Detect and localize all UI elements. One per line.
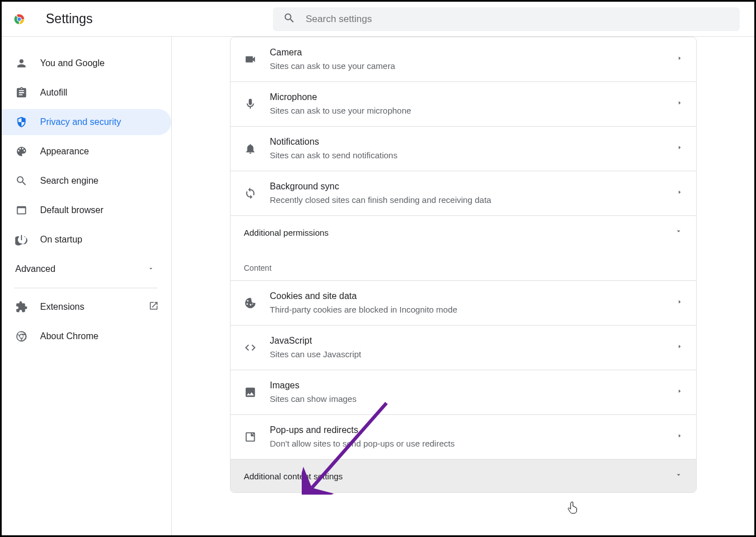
open-in-new-icon [149,301,159,313]
sidebar-item-about-chrome[interactable]: About Chrome [2,323,171,349]
sidebar: You and Google Autofill Privacy and secu… [2,37,171,535]
search-icon [15,175,28,187]
sidebar-item-label: Extensions [40,302,84,312]
additional-content-settings-toggle[interactable]: Additional content settings [231,459,696,492]
sidebar-item-label: Privacy and security [40,117,121,127]
search-bar[interactable] [273,7,740,31]
popup-icon [244,431,257,443]
setting-row-microphone[interactable]: Microphone Sites can ask to use your mic… [231,81,696,126]
chevron-right-icon [677,387,683,397]
setting-row-subtitle: Sites can ask to send notifications [270,149,677,162]
window-icon [15,204,28,216]
setting-row-popups[interactable]: Pop-ups and redirects Don't allow sites … [231,414,696,459]
camera-icon [244,53,257,66]
setting-row-title: Images [270,379,677,392]
additional-content-settings-label: Additional content settings [244,471,675,481]
sidebar-item-extensions[interactable]: Extensions [2,294,171,320]
person-icon [15,57,28,70]
setting-row-subtitle: Recently closed sites can finish sending… [270,194,677,206]
chevron-right-icon [677,432,683,442]
content-section-header: Content [231,249,696,280]
sidebar-advanced-label: Advanced [15,264,55,274]
setting-row-cookies[interactable]: Cookies and site data Third-party cookie… [231,280,696,325]
sidebar-item-default-browser[interactable]: Default browser [2,197,171,223]
extension-icon [15,301,28,313]
setting-row-background-sync[interactable]: Background sync Recently closed sites ca… [231,171,696,215]
search-icon [283,12,296,27]
code-icon [244,341,257,354]
additional-permissions-toggle[interactable]: Additional permissions [231,215,696,249]
page-title: Settings [46,11,93,27]
sync-icon [244,187,257,200]
setting-row-title: Cookies and site data [270,290,677,302]
image-icon [244,386,257,399]
power-icon [15,233,28,246]
chevron-down-icon [675,471,683,481]
clipboard-icon [15,86,28,99]
setting-row-title: Camera [270,46,677,59]
chrome-logo-icon [12,12,27,27]
settings-card: Camera Sites can ask to use your camera … [230,37,697,493]
cookie-icon [244,297,257,309]
chevron-right-icon [677,188,683,198]
sidebar-item-label: Autofill [40,88,67,98]
chevron-right-icon [677,343,683,353]
additional-permissions-label: Additional permissions [244,228,675,237]
sidebar-item-privacy-and-security[interactable]: Privacy and security [2,109,171,135]
cursor-hand-icon [567,501,579,518]
chevron-right-icon [677,54,683,64]
sidebar-item-label: Appearance [40,146,89,157]
setting-row-subtitle: Sites can use Javascript [270,348,677,361]
sidebar-item-appearance[interactable]: Appearance [2,138,171,164]
sidebar-item-search-engine[interactable]: Search engine [2,168,171,194]
setting-row-title: Pop-ups and redirects [270,424,677,436]
sidebar-item-label: Search engine [40,176,98,186]
header: Settings [2,2,754,37]
sidebar-item-label: You and Google [40,58,105,68]
setting-row-camera[interactable]: Camera Sites can ask to use your camera [231,37,696,81]
chevron-down-icon [675,227,683,237]
setting-row-images[interactable]: Images Sites can show images [231,370,696,414]
setting-row-title: JavaScript [270,335,677,347]
setting-row-title: Notifications [270,136,677,148]
sidebar-item-label: About Chrome [40,331,98,341]
setting-row-subtitle: Sites can show images [270,393,677,405]
sidebar-item-autofill[interactable]: Autofill [2,80,171,106]
search-input[interactable] [306,14,701,25]
setting-row-notifications[interactable]: Notifications Sites can ask to send noti… [231,126,696,171]
divider [14,288,158,288]
sidebar-item-label: On startup [40,235,82,245]
sidebar-item-label: Default browser [40,205,103,215]
bell-icon [244,142,257,155]
sidebar-item-on-startup[interactable]: On startup [2,227,171,253]
setting-row-title: Background sync [270,180,677,193]
setting-row-subtitle: Don't allow sites to send pop-ups or use… [270,438,677,450]
setting-row-javascript[interactable]: JavaScript Sites can use Javascript [231,325,696,370]
mic-icon [244,98,257,110]
main-panel: Camera Sites can ask to use your camera … [171,37,754,535]
chrome-outline-icon [15,330,28,343]
setting-row-subtitle: Sites can ask to use your microphone [270,105,677,117]
setting-row-subtitle: Third-party cookies are blocked in Incog… [270,304,677,316]
setting-row-subtitle: Sites can ask to use your camera [270,60,677,72]
shield-icon [15,116,28,128]
chevron-right-icon [677,298,683,308]
chevron-right-icon [677,99,683,109]
chevron-right-icon [677,144,683,154]
setting-row-title: Microphone [270,91,677,103]
caret-down-icon [147,264,154,274]
sidebar-advanced-toggle[interactable]: Advanced [2,256,171,282]
sidebar-item-you-and-google[interactable]: You and Google [2,50,171,76]
palette-icon [15,145,28,158]
